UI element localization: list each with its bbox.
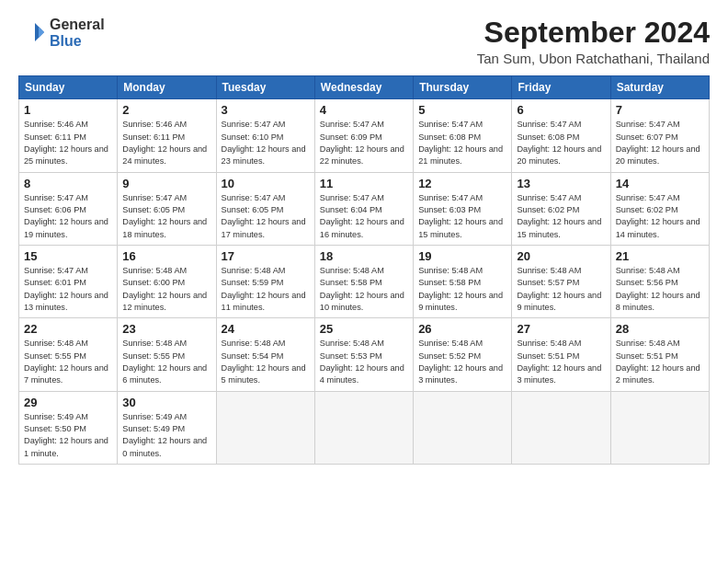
day-number: 10 [222,177,310,190]
calendar-cell: 22Sunrise: 5:48 AMSunset: 5:55 PMDayligh… [19,318,118,391]
calendar-cell: 5Sunrise: 5:47 AMSunset: 6:08 PMDaylight… [414,99,512,172]
calendar-cell: 13Sunrise: 5:47 AMSunset: 6:02 PMDayligh… [512,172,610,245]
calendar-week-row: 15Sunrise: 5:47 AMSunset: 6:01 PMDayligh… [19,245,710,317]
day-number: 9 [122,177,210,190]
day-number: 18 [320,249,408,263]
day-number: 27 [517,322,605,336]
day-info: Sunrise: 5:48 AMSunset: 5:57 PMDaylight:… [517,265,605,314]
calendar-cell: 28Sunrise: 5:48 AMSunset: 5:51 PMDayligh… [610,318,709,391]
day-info: Sunrise: 5:47 AMSunset: 6:05 PMDaylight:… [222,192,310,241]
day-info: Sunrise: 5:48 AMSunset: 5:55 PMDaylight:… [122,338,210,386]
calendar-cell: 27Sunrise: 5:48 AMSunset: 5:51 PMDayligh… [512,318,610,391]
day-info: Sunrise: 5:48 AMSunset: 5:53 PMDaylight:… [320,338,408,386]
day-info: Sunrise: 5:46 AMSunset: 6:11 PMDaylight:… [122,119,210,167]
day-info: Sunrise: 5:47 AMSunset: 6:09 PMDaylight:… [320,119,408,167]
day-info: Sunrise: 5:47 AMSunset: 6:01 PMDaylight:… [24,265,112,314]
calendar-week-row: 29Sunrise: 5:49 AMSunset: 5:50 PMDayligh… [19,391,710,464]
logo-blue-text: Blue [50,33,82,49]
calendar-cell: 2Sunrise: 5:46 AMSunset: 6:11 PMDaylight… [118,99,216,172]
calendar-table: SundayMondayTuesdayWednesdayThursdayFrid… [18,75,710,465]
logo-general-text: General [50,17,105,32]
day-number: 5 [418,103,506,117]
day-info: Sunrise: 5:47 AMSunset: 6:05 PMDaylight:… [122,192,210,241]
calendar-cell: 30Sunrise: 5:49 AMSunset: 5:49 PMDayligh… [118,391,216,464]
svg-marker-1 [39,27,44,38]
day-info: Sunrise: 5:47 AMSunset: 6:02 PMDaylight:… [616,192,704,241]
calendar-week-row: 22Sunrise: 5:48 AMSunset: 5:55 PMDayligh… [19,318,710,391]
calendar-cell: 3Sunrise: 5:47 AMSunset: 6:10 PMDaylight… [216,99,314,172]
calendar-cell: 18Sunrise: 5:48 AMSunset: 5:58 PMDayligh… [314,245,413,317]
day-info: Sunrise: 5:47 AMSunset: 6:03 PMDaylight:… [418,192,506,241]
day-info: Sunrise: 5:48 AMSunset: 5:55 PMDaylight:… [24,338,112,386]
logo-icon [18,19,46,47]
calendar-cell: 11Sunrise: 5:47 AMSunset: 6:04 PMDayligh… [314,172,413,245]
day-of-week-header: Saturday [610,76,709,99]
day-number: 15 [24,249,112,263]
day-number: 22 [24,322,112,336]
day-info: Sunrise: 5:47 AMSunset: 6:08 PMDaylight:… [517,119,605,167]
location-title: Tan Sum, Ubon Ratchathani, Thailand [477,51,710,66]
day-info: Sunrise: 5:48 AMSunset: 6:00 PMDaylight:… [122,265,210,314]
day-of-week-header: Tuesday [216,76,314,99]
day-number: 20 [517,249,605,263]
calendar-cell: 10Sunrise: 5:47 AMSunset: 6:05 PMDayligh… [216,172,314,245]
calendar-cell: 4Sunrise: 5:47 AMSunset: 6:09 PMDaylight… [314,99,413,172]
day-info: Sunrise: 5:48 AMSunset: 5:54 PMDaylight:… [222,338,310,386]
calendar-header-row: SundayMondayTuesdayWednesdayThursdayFrid… [19,76,710,99]
day-number: 29 [24,396,112,409]
day-number: 11 [320,177,408,190]
day-number: 17 [222,249,310,263]
header-area: General Blue September 2024 Tan Sum, Ubo… [18,17,710,66]
calendar-cell: 29Sunrise: 5:49 AMSunset: 5:50 PMDayligh… [19,391,118,464]
day-number: 19 [418,249,506,263]
calendar-week-row: 1Sunrise: 5:46 AMSunset: 6:11 PMDaylight… [19,99,710,172]
calendar-cell: 21Sunrise: 5:48 AMSunset: 5:56 PMDayligh… [610,245,709,317]
day-info: Sunrise: 5:48 AMSunset: 5:56 PMDaylight:… [616,265,704,314]
day-number: 2 [122,103,210,117]
day-of-week-header: Sunday [19,76,118,99]
day-number: 25 [320,322,408,336]
day-number: 30 [122,396,210,409]
day-number: 1 [24,103,112,117]
day-of-week-header: Thursday [414,76,512,99]
day-info: Sunrise: 5:47 AMSunset: 6:04 PMDaylight:… [320,192,408,241]
calendar-cell [314,391,413,464]
calendar-cell: 12Sunrise: 5:47 AMSunset: 6:03 PMDayligh… [414,172,512,245]
day-info: Sunrise: 5:49 AMSunset: 5:50 PMDaylight:… [24,411,112,460]
day-number: 12 [418,177,506,190]
calendar-cell: 9Sunrise: 5:47 AMSunset: 6:05 PMDaylight… [118,172,216,245]
day-info: Sunrise: 5:47 AMSunset: 6:08 PMDaylight:… [418,119,506,167]
calendar-cell: 8Sunrise: 5:47 AMSunset: 6:06 PMDaylight… [19,172,118,245]
day-info: Sunrise: 5:48 AMSunset: 5:51 PMDaylight:… [616,338,704,386]
calendar-cell: 15Sunrise: 5:47 AMSunset: 6:01 PMDayligh… [19,245,118,317]
day-info: Sunrise: 5:48 AMSunset: 5:58 PMDaylight:… [418,265,506,314]
day-number: 3 [222,103,310,117]
day-number: 26 [418,322,506,336]
day-info: Sunrise: 5:47 AMSunset: 6:06 PMDaylight:… [24,192,112,241]
calendar-cell [512,391,610,464]
calendar-page: General Blue September 2024 Tan Sum, Ubo… [0,0,728,563]
calendar-cell: 25Sunrise: 5:48 AMSunset: 5:53 PMDayligh… [314,318,413,391]
day-of-week-header: Monday [118,76,216,99]
title-area: September 2024 Tan Sum, Ubon Ratchathani… [477,17,710,66]
logo: General Blue [18,17,105,49]
day-of-week-header: Wednesday [314,76,413,99]
day-number: 24 [222,322,310,336]
day-of-week-header: Friday [512,76,610,99]
calendar-cell: 17Sunrise: 5:48 AMSunset: 5:59 PMDayligh… [216,245,314,317]
calendar-cell: 20Sunrise: 5:48 AMSunset: 5:57 PMDayligh… [512,245,610,317]
calendar-cell [610,391,709,464]
month-title: September 2024 [477,17,710,49]
day-number: 6 [517,103,605,117]
day-info: Sunrise: 5:48 AMSunset: 5:52 PMDaylight:… [418,338,506,386]
day-number: 21 [616,249,704,263]
day-number: 7 [616,103,704,117]
calendar-cell: 24Sunrise: 5:48 AMSunset: 5:54 PMDayligh… [216,318,314,391]
calendar-cell: 14Sunrise: 5:47 AMSunset: 6:02 PMDayligh… [610,172,709,245]
day-info: Sunrise: 5:48 AMSunset: 5:59 PMDaylight:… [222,265,310,314]
day-info: Sunrise: 5:46 AMSunset: 6:11 PMDaylight:… [24,119,112,167]
calendar-cell: 23Sunrise: 5:48 AMSunset: 5:55 PMDayligh… [118,318,216,391]
day-number: 13 [517,177,605,190]
calendar-cell: 6Sunrise: 5:47 AMSunset: 6:08 PMDaylight… [512,99,610,172]
calendar-cell: 19Sunrise: 5:48 AMSunset: 5:58 PMDayligh… [414,245,512,317]
